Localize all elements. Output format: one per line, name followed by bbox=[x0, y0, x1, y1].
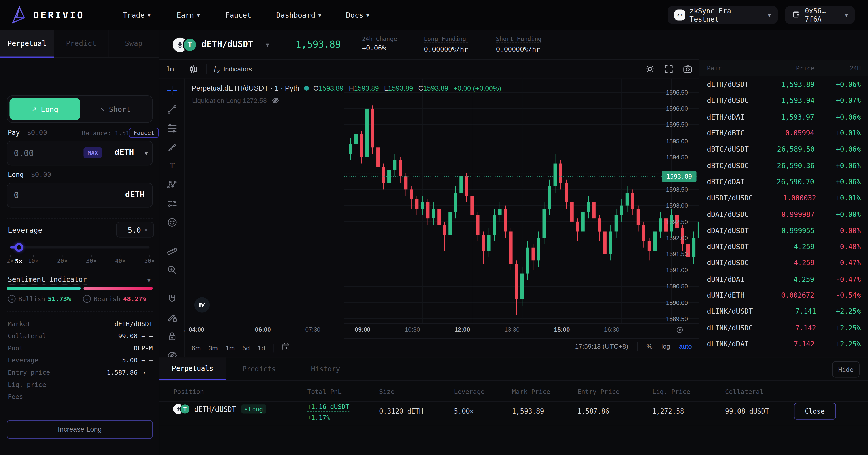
leverage-mark-50×[interactable]: 50× bbox=[144, 257, 155, 264]
leverage-mark-40×[interactable]: 40× bbox=[115, 257, 126, 264]
percent-scale-button[interactable]: % bbox=[647, 343, 652, 350]
leverage-slider-thumb[interactable] bbox=[14, 243, 23, 252]
long-position-icon[interactable] bbox=[166, 198, 178, 209]
brand-wordmark[interactable]: DERIVIO bbox=[33, 9, 85, 20]
pair-row-dlink-deth[interactable]: dLINK/dETH0.004481+2.18% bbox=[699, 352, 868, 357]
range-1m[interactable]: 1m bbox=[225, 344, 235, 352]
pair-row-dbtc-ddai[interactable]: dBTC/dDAI26,590.70+0.06% bbox=[699, 174, 868, 190]
pnl-value[interactable]: +1.16 dUSDT bbox=[307, 403, 349, 412]
short-button[interactable]: ↘ Short bbox=[80, 98, 150, 120]
go-to-date-icon[interactable] bbox=[281, 342, 290, 354]
screenshot-button[interactable] bbox=[682, 60, 693, 78]
range-1d[interactable]: 1d bbox=[258, 344, 265, 352]
drawing-sync-lock-icon[interactable] bbox=[166, 312, 178, 323]
clock-label[interactable]: 17:59:13 (UTC+8) bbox=[575, 343, 628, 350]
pair-row-deth-dbtc[interactable]: dETH/dBTC0.05994+0.01% bbox=[699, 125, 868, 141]
chart-settings-button[interactable] bbox=[645, 60, 655, 78]
pair-row-dlink-dusdt[interactable]: dLINK/dUSDT7.141+2.25% bbox=[699, 303, 868, 320]
tab-swap[interactable]: Swap bbox=[108, 30, 159, 58]
emoji-icon[interactable] bbox=[166, 217, 178, 228]
legend-symbol[interactable]: Perpetual:dETH/dUSDT · 1 · Pyth bbox=[192, 84, 300, 93]
long-size-input[interactable]: 0 bbox=[14, 190, 19, 200]
auto-scale-button[interactable]: auto bbox=[679, 343, 692, 350]
fullscreen-button[interactable] bbox=[664, 60, 674, 78]
long-input-box: 0 dETH bbox=[6, 183, 153, 208]
fib-retracement-icon[interactable] bbox=[166, 123, 178, 134]
pair-row-duni-dusdt[interactable]: dUNI/dUSDT4.259-0.48% bbox=[699, 238, 868, 255]
eye-off-icon[interactable] bbox=[271, 96, 279, 105]
pair-row-duni-dusdc[interactable]: dUNI/dUSDC4.259-0.47% bbox=[699, 255, 868, 271]
brush-icon[interactable] bbox=[166, 142, 178, 153]
interval-button[interactable]: 1m bbox=[166, 60, 174, 78]
ruler-icon[interactable] bbox=[166, 246, 178, 257]
leverage-mark-10×[interactable]: 10× bbox=[28, 257, 38, 264]
nav-faucet[interactable]: Faucet bbox=[225, 0, 251, 30]
direction-toggle: ↗ Long ↘ Short bbox=[6, 95, 153, 123]
lock-all-icon[interactable] bbox=[166, 331, 178, 342]
countdown-icon[interactable] bbox=[675, 325, 684, 336]
text-tool-icon[interactable]: T bbox=[166, 160, 178, 171]
nav-earn[interactable]: Earn▼ bbox=[177, 0, 200, 30]
range-3m[interactable]: 3m bbox=[209, 344, 218, 352]
pair-row-dusdt-dusdc[interactable]: dUSDT/dUSDC1.000032+0.01% bbox=[699, 190, 868, 206]
tab-predict[interactable]: Predict bbox=[54, 30, 108, 58]
range-5d[interactable]: 5d bbox=[242, 344, 250, 352]
tab-predicts[interactable]: Predicts bbox=[226, 357, 292, 380]
xabcd-pattern-icon[interactable] bbox=[166, 179, 178, 190]
leverage-mark-5×[interactable]: 5× bbox=[15, 257, 23, 265]
chevron-down-icon[interactable]: ▼ bbox=[147, 278, 151, 283]
zoom-in-icon[interactable] bbox=[166, 264, 178, 275]
faucet-button[interactable]: Faucet bbox=[129, 128, 159, 138]
pair-row-dlink-ddai[interactable]: dLINK/dDAI7.142+2.25% bbox=[699, 336, 868, 352]
pair-row-duni-ddai[interactable]: dUNI/dDAI4.259-0.47% bbox=[699, 271, 868, 287]
pay-token-selector[interactable]: dETH bbox=[115, 148, 134, 157]
positions-col-size: Size bbox=[379, 388, 395, 396]
increase-long-button[interactable]: Increase Long bbox=[6, 420, 153, 439]
divider bbox=[159, 426, 868, 426]
tab-perpetuals[interactable]: Perpetuals bbox=[159, 357, 226, 380]
pair-row-ddai-dusdc[interactable]: dDAI/dUSDC0.999987+0.00% bbox=[699, 206, 868, 222]
tab-history[interactable]: History bbox=[292, 357, 359, 380]
leverage-mark-20×[interactable]: 20× bbox=[57, 257, 68, 264]
candle-style-button[interactable] bbox=[188, 60, 198, 78]
chevron-down-icon[interactable]: ▼ bbox=[266, 43, 269, 48]
pay-input[interactable]: 0.00 bbox=[14, 148, 34, 158]
nav-docs[interactable]: Docs▼ bbox=[346, 0, 369, 30]
long-button[interactable]: ↗ Long bbox=[9, 98, 80, 120]
tab-perpetual[interactable]: Perpetual bbox=[0, 30, 54, 58]
log-scale-button[interactable]: log bbox=[661, 343, 670, 350]
pair-selector[interactable]: dETH/dUSDT bbox=[202, 39, 253, 49]
crosshair-icon[interactable] bbox=[166, 85, 178, 96]
magnet-icon[interactable] bbox=[166, 293, 178, 304]
range-6m[interactable]: 6m bbox=[192, 344, 201, 352]
close-position-button[interactable]: Close bbox=[794, 403, 836, 420]
nav-trade[interactable]: Trade▼ bbox=[123, 0, 151, 30]
pair-row-deth-dusdt[interactable]: dETH/dUSDT1,593.89+0.06% bbox=[699, 76, 868, 93]
toolbar-collapse-handle[interactable]: ‹ bbox=[183, 328, 187, 335]
leverage-mark-2×[interactable]: 2× bbox=[6, 257, 13, 264]
leverage-value-box[interactable]: 5.0 × bbox=[116, 222, 154, 237]
pair-row-deth-dusdc[interactable]: dETH/dUSDC1,593.94+0.07% bbox=[699, 93, 868, 108]
drawing-toolbar: T bbox=[159, 79, 185, 357]
pair-row-deth-ddai[interactable]: dETH/dDAI1,593.97+0.06% bbox=[699, 109, 868, 125]
range-buttons: 6m 3m 1m 5d 1d bbox=[192, 342, 290, 354]
zksync-icon: ‹› bbox=[674, 9, 685, 20]
pair-row-dbtc-dusdc[interactable]: dBTC/dUSDC26,590.36+0.06% bbox=[699, 157, 868, 173]
pair-row-ddai-dusdt[interactable]: dDAI/dUSDT0.9999550.00% bbox=[699, 222, 868, 238]
pair-row-duni-deth[interactable]: dUNI/dETH0.002672-0.54% bbox=[699, 287, 868, 303]
max-button[interactable]: MAX bbox=[84, 147, 102, 158]
network-selector[interactable]: ‹› zkSync Era Testnet ▼ bbox=[668, 6, 778, 24]
sentiment-title[interactable]: Sentiment Indicator bbox=[8, 275, 87, 285]
leverage-mark-30×[interactable]: 30× bbox=[86, 257, 97, 264]
leverage-slider[interactable] bbox=[10, 246, 150, 249]
pair-row-dlink-dusdc[interactable]: dLINK/dUSDC7.142+2.25% bbox=[699, 320, 868, 335]
wallet-button[interactable]: 0x56…7f6A ▼ bbox=[785, 6, 855, 24]
trend-line-icon[interactable] bbox=[166, 104, 178, 115]
derivio-logo-icon[interactable] bbox=[10, 5, 28, 28]
tradingview-logo[interactable] bbox=[194, 297, 210, 313]
hide-panel-button[interactable]: Hide bbox=[832, 361, 860, 378]
pair-row-dbtc-dusdt[interactable]: dBTC/dUSDT26,589.50+0.06% bbox=[699, 141, 868, 157]
indicators-button[interactable]: ƒx Indicators bbox=[213, 60, 252, 78]
nav-dashboard[interactable]: Dashboard▼ bbox=[276, 0, 321, 30]
fx-icon: ƒx bbox=[213, 64, 219, 74]
